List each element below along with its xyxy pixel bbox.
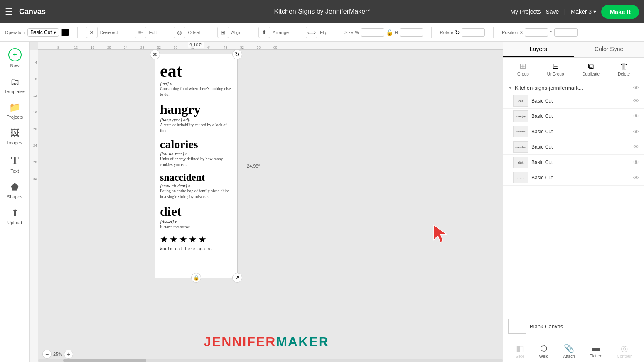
- rotate-input[interactable]: 0: [462, 28, 485, 37]
- size-w-input[interactable]: 9.107: [361, 28, 384, 37]
- panel-tools: ◧ Slice ⬡ Weld 📎 Attach ▬ Flatten ◎ Cont…: [503, 340, 644, 362]
- layer-visibility-icon-hangry[interactable]: 👁: [633, 113, 639, 120]
- ungroup-button[interactable]: ⊟ UnGroup: [547, 61, 564, 76]
- layer-item-calories[interactable]: calories Basic Cut 👁: [503, 124, 644, 139]
- layer-item-hangry[interactable]: hangry Basic Cut 👁: [503, 109, 644, 124]
- phonetic-eat: [eet] v.: [160, 81, 232, 86]
- group-label: Group: [517, 72, 529, 76]
- separator: [126, 27, 126, 38]
- color-swatch[interactable]: [61, 29, 69, 36]
- duplicate-button[interactable]: ⧉ Duplicate: [582, 61, 600, 76]
- tab-layers[interactable]: Layers: [503, 42, 574, 57]
- layer-thumbnail-diet: diet: [513, 157, 528, 168]
- contour-label: Contour: [617, 354, 632, 359]
- operation-select[interactable]: Basic Cut ▾: [27, 28, 59, 37]
- ruler-mark: 12: [74, 46, 78, 49]
- zoom-in-button[interactable]: +: [64, 350, 73, 359]
- word-eat: eat: [160, 61, 232, 81]
- layer-visibility-icon-dots[interactable]: 👁: [633, 174, 639, 181]
- sidebar-item-upload[interactable]: ⬆ Upload: [2, 204, 28, 228]
- ruler-vertical: 4 8 12 16 20 24 28 32: [30, 50, 38, 362]
- delete-button[interactable]: 🗑 Delete: [618, 61, 630, 76]
- tab-color-sync[interactable]: Color Sync: [574, 42, 644, 57]
- lock-icon[interactable]: 🔒: [386, 29, 393, 36]
- flatten-label: Flatten: [590, 354, 602, 358]
- save-button[interactable]: Save: [546, 8, 559, 15]
- upload-icon: ⬆: [11, 208, 19, 218]
- phonetic-calories: [kal-uh-rees] n.: [160, 151, 232, 156]
- resize-handle[interactable]: ↗: [232, 273, 242, 283]
- sidebar-item-templates[interactable]: 🗂 Templates: [2, 73, 28, 97]
- size-label: Size: [344, 30, 353, 35]
- layer-item-diet[interactable]: diet Basic Cut 👁: [503, 155, 644, 170]
- size-w-label: W: [355, 30, 359, 35]
- edit-button[interactable]: ✏: [135, 27, 146, 38]
- ruler-mark: 28: [33, 160, 37, 164]
- layer-visibility-icon-snaccident[interactable]: 👁: [633, 144, 639, 150]
- blank-canvas-label: Blank Canvas: [530, 323, 563, 330]
- separator: [77, 27, 78, 38]
- horizontal-scrollbar[interactable]: [38, 359, 503, 362]
- layer-visibility-icon-diet[interactable]: 👁: [633, 159, 639, 166]
- layer-visibility-icon-eat[interactable]: 👁: [633, 98, 639, 104]
- ruler-mark: 20: [107, 46, 111, 49]
- layer-name-eat: Basic Cut: [531, 98, 630, 104]
- sidebar-item-images[interactable]: 🖼 Images: [2, 125, 28, 149]
- attach-tool[interactable]: 📎 Attach: [563, 343, 575, 359]
- layer-group-visibility-icon[interactable]: 👁: [633, 84, 639, 91]
- edit-group: ✏ Edit: [135, 27, 157, 38]
- ruler-mark: 12: [33, 94, 37, 98]
- arrange-button[interactable]: ⬆: [258, 27, 270, 38]
- layer-name-diet: Basic Cut: [531, 159, 630, 165]
- ruler-mark: 60: [273, 46, 277, 49]
- ruler-mark: 20: [33, 127, 37, 131]
- contour-icon: ◎: [621, 343, 628, 353]
- chevron-down-icon: ▼: [508, 86, 512, 90]
- group-button[interactable]: ⊞ Group: [517, 61, 529, 76]
- close-handle[interactable]: ✕: [150, 49, 160, 59]
- ruler-mark: 36: [174, 46, 177, 49]
- zoom-out-button[interactable]: −: [42, 350, 52, 359]
- offset-button[interactable]: ◎: [174, 27, 185, 38]
- menu-icon[interactable]: ☰: [5, 7, 12, 17]
- design-content: eat [eet] v. Consuming food when there's…: [160, 61, 232, 251]
- sidebar-item-new[interactable]: + New: [2, 45, 28, 71]
- doc-title[interactable]: Kitchen Signs by JenniferMaker*: [274, 8, 370, 15]
- sidebar-item-shapes[interactable]: ⬟ Shapes: [2, 179, 28, 203]
- weld-tool[interactable]: ⬡ Weld: [539, 343, 549, 359]
- align-button[interactable]: ⊞: [217, 27, 229, 38]
- slice-tool[interactable]: ◧ Slice: [516, 343, 525, 359]
- layer-group-header[interactable]: ▼ Kitchen-signs-jennifermark... 👁: [503, 82, 644, 93]
- size-h-label: H: [395, 30, 398, 35]
- canvas-area[interactable]: 8 12 16 20 24 28 32 36 40 44 48 52 56 60…: [30, 42, 503, 362]
- rotate-handle[interactable]: ↻: [232, 49, 242, 59]
- contour-tool[interactable]: ◎ Contour: [617, 343, 632, 359]
- lock-handle[interactable]: 🔒: [191, 273, 201, 283]
- machine-selector[interactable]: Maker 3 ▾: [571, 8, 597, 15]
- layer-item-snaccident[interactable]: snaccident Basic Cut 👁: [503, 139, 644, 155]
- layer-name-dots: Basic Cut: [531, 175, 630, 181]
- position-x-input[interactable]: 32.111: [525, 28, 548, 37]
- flatten-tool[interactable]: ▬ Flatten: [590, 343, 602, 359]
- flip-button[interactable]: ⟺: [306, 27, 317, 38]
- layer-item-eat[interactable]: eat Basic Cut 👁: [503, 93, 644, 109]
- layer-visibility-icon-calories[interactable]: 👁: [633, 128, 639, 135]
- sidebar-item-label: Text: [10, 169, 19, 174]
- design-card[interactable]: ✕ ↻ 9.107° eat [eet] v. Consuming food w…: [155, 54, 238, 278]
- shapes-icon: ⬟: [11, 182, 19, 193]
- projects-icon: 📁: [9, 102, 20, 113]
- make-it-button[interactable]: Make It: [601, 5, 639, 19]
- scrollbar-thumb[interactable]: [63, 359, 146, 362]
- sidebar-item-text[interactable]: T Text: [2, 150, 28, 177]
- sidebar-item-projects[interactable]: 📁 Projects: [2, 99, 28, 123]
- stars: ★★★★★: [160, 234, 232, 245]
- ruler-mark: 48: [224, 46, 227, 49]
- height-label: 24.98°: [247, 164, 260, 169]
- left-sidebar: + New 🗂 Templates 📁 Projects 🖼 Images T …: [0, 42, 30, 362]
- my-projects-link[interactable]: My Projects: [510, 8, 541, 15]
- deselect-button[interactable]: ✕: [86, 27, 98, 38]
- weld-icon: ⬡: [540, 343, 547, 353]
- position-y-input[interactable]: 2.239: [554, 28, 578, 37]
- size-h-input[interactable]: 24.98: [400, 28, 423, 37]
- layer-item-dots[interactable]: ····· Basic Cut 👁: [503, 170, 644, 186]
